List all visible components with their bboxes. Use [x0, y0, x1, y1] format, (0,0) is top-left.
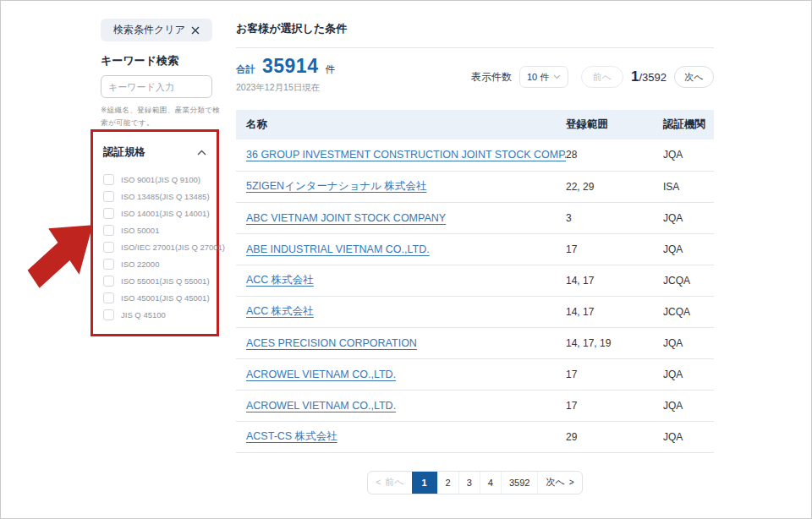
list-controls: 表示件数 10 件 前へ 1/3592 次へ — [471, 66, 714, 88]
certification-body: JCQA — [663, 296, 714, 327]
page-title: お客様が選択した条件 — [236, 21, 714, 36]
cert-option-label: ISO 13485(JIS Q 13485) — [121, 192, 210, 201]
cert-option-label: ISO 22000 — [121, 260, 159, 269]
highlight-arrow-icon — [23, 222, 92, 290]
display-count-label: 表示件数 — [471, 70, 512, 85]
table-row: ACC 株式会社14, 17JCQA — [236, 265, 714, 296]
cert-option[interactable]: ISO/IEC 27001(JIS Q 27001) — [103, 238, 208, 255]
table-row: ACC 株式会社14, 17JCQA — [236, 296, 714, 327]
cert-option[interactable]: ISO 45001(JIS Q 45001) — [103, 289, 208, 306]
certification-body: JQA — [663, 358, 714, 390]
results-table: 名称 登録範囲 認証機関 36 GROUP INVESTMENT CONSTRU… — [236, 110, 714, 453]
cert-option[interactable]: ISO 55001(JIS Q 55001) — [103, 272, 208, 289]
cert-standard-list: ISO 9001(JIS Q 9100)ISO 13485(JIS Q 1348… — [93, 160, 217, 323]
results-table-body: 36 GROUP INVESTMENT CONSTRUCTION JOINT S… — [236, 139, 714, 452]
cert-option[interactable]: ISO 13485(JIS Q 13485) — [103, 188, 208, 205]
cert-option-label: ISO 9001(JIS Q 9100) — [121, 175, 200, 184]
certification-body: JQA — [663, 139, 714, 171]
chevron-right-icon: > — [569, 478, 574, 487]
certification-body: JQA — [663, 327, 714, 358]
total-label: 合計 — [236, 63, 255, 76]
clear-search-button[interactable]: 検索条件クリア — [101, 19, 212, 41]
pagination: <前へ12343592次へ> — [367, 471, 582, 494]
company-link[interactable]: ACC 株式会社 — [246, 305, 314, 317]
checkbox[interactable] — [103, 242, 114, 253]
cert-option-label: ISO 55001(JIS Q 55001) — [121, 276, 210, 286]
company-link[interactable]: ACST-CS 株式会社 — [246, 430, 337, 442]
pagination-wrap: <前へ12343592次へ> — [236, 471, 714, 494]
table-row: ACROWEL VIETNAM CO.,LTD.17JQA — [236, 358, 714, 390]
certification-body: JCQA — [663, 265, 714, 296]
registration-scope: 29 — [566, 421, 663, 452]
checkbox[interactable] — [103, 174, 114, 185]
keyword-section-title: キーワード検索 — [101, 53, 178, 68]
checkbox[interactable] — [103, 309, 114, 320]
next-page-button[interactable]: 次へ — [674, 66, 714, 88]
cert-option[interactable]: ISO 9001(JIS Q 9100) — [103, 171, 208, 188]
prev-page-button[interactable]: 前へ — [581, 66, 623, 88]
checkbox[interactable] — [103, 225, 114, 236]
column-header-scope: 登録範囲 — [566, 110, 663, 139]
table-row: 5ZIGENインターナショナル 株式会社22, 29ISA — [236, 171, 714, 202]
company-link[interactable]: ABC VIETNAM JOINT STOCK COMPANY — [246, 212, 446, 224]
pagination-page[interactable]: 1 — [412, 472, 437, 494]
close-icon — [191, 26, 200, 35]
cert-option[interactable]: ISO 14001(JIS Q 14001) — [103, 205, 208, 221]
registration-scope: 17 — [566, 358, 663, 390]
company-link[interactable]: ABE INDUSTRIAL VIETNAM CO.,LTD. — [246, 243, 430, 255]
company-link[interactable]: ACROWEL VIETNAM CO.,LTD. — [246, 369, 396, 380]
cert-option[interactable]: ISO 22000 — [103, 255, 208, 272]
keyword-note: ※組織名、登録範囲、産業分類で検索が可能です。 — [101, 104, 222, 130]
certification-body: ISA — [663, 171, 714, 202]
column-header-body: 認証機関 — [663, 110, 714, 139]
certification-body: JQA — [663, 390, 714, 421]
pagination-page[interactable]: 2 — [437, 472, 458, 494]
display-count-value: 10 件 — [527, 71, 549, 84]
cert-option[interactable]: ISO 50001 — [103, 221, 208, 238]
cert-option-label: JIS Q 45100 — [121, 310, 166, 320]
cert-section-header: 認証規格 — [93, 132, 217, 160]
chevron-left-icon: < — [376, 478, 381, 487]
checkbox[interactable] — [103, 208, 114, 219]
highlight-box-cert-standards: 認証規格 ISO 9001(JIS Q 9100)ISO 13485(JIS Q… — [91, 129, 219, 336]
registration-scope: 14, 17 — [566, 265, 663, 296]
total-unit: 件 — [325, 63, 335, 76]
cert-option[interactable]: JIS Q 45100 — [103, 306, 208, 323]
total-pages: /3592 — [639, 71, 667, 84]
results-panel: お客様が選択した条件 合計 35914 件 2023年12月15日現在 表示件数… — [236, 1, 714, 494]
company-link[interactable]: ACC 株式会社 — [246, 274, 314, 286]
registration-scope: 14, 17, 19 — [566, 327, 663, 358]
registration-scope: 3 — [566, 202, 663, 233]
company-link[interactable]: 36 GROUP INVESTMENT CONSTRUCTION JOINT S… — [246, 149, 566, 161]
company-link[interactable]: 5ZIGENインターナショナル 株式会社 — [246, 180, 426, 192]
pagination-page[interactable]: 3592 — [501, 472, 537, 494]
company-link[interactable]: ACES PRECISION CORPORATION — [246, 337, 417, 349]
page: 検索条件クリア キーワード検索 ※組織名、登録範囲、産業分類で検索が可能です。 … — [0, 0, 812, 519]
checkbox[interactable] — [103, 191, 114, 202]
table-row: ACROWEL VIETNAM CO.,LTD.17JQA — [236, 390, 714, 421]
company-link[interactable]: ACROWEL VIETNAM CO.,LTD. — [246, 400, 396, 412]
table-row: 36 GROUP INVESTMENT CONSTRUCTION JOINT S… — [236, 139, 714, 171]
pagination-page[interactable]: 4 — [480, 472, 501, 494]
checkbox[interactable] — [103, 259, 114, 270]
registration-scope: 14, 17 — [566, 296, 663, 327]
registration-scope: 22, 29 — [566, 171, 663, 202]
checkbox[interactable] — [103, 276, 114, 287]
table-row: ACST-CS 株式会社29JQA — [236, 421, 714, 452]
certification-body: JQA — [663, 233, 714, 265]
display-count-select[interactable]: 10 件 — [519, 66, 568, 88]
cert-option-label: ISO 14001(JIS Q 14001) — [121, 209, 210, 218]
chevron-up-icon[interactable] — [197, 150, 206, 156]
registration-scope: 28 — [566, 139, 663, 171]
keyword-input[interactable] — [101, 75, 212, 98]
certification-body: JQA — [663, 202, 714, 233]
summary-row: 合計 35914 件 2023年12月15日現在 表示件数 10 件 前へ 1/… — [236, 55, 714, 101]
table-row: ACES PRECISION CORPORATION14, 17, 19JQA — [236, 327, 714, 358]
cert-option-label: ISO/IEC 27001(JIS Q 27001) — [121, 243, 225, 252]
pagination-page[interactable]: 3 — [458, 472, 480, 494]
checkbox[interactable] — [103, 292, 114, 303]
cert-option-label: ISO 50001 — [121, 226, 159, 235]
pagination-next[interactable]: 次へ> — [537, 472, 581, 494]
pagination-prev[interactable]: <前へ — [368, 472, 411, 494]
cert-section-title: 認証規格 — [103, 145, 145, 160]
